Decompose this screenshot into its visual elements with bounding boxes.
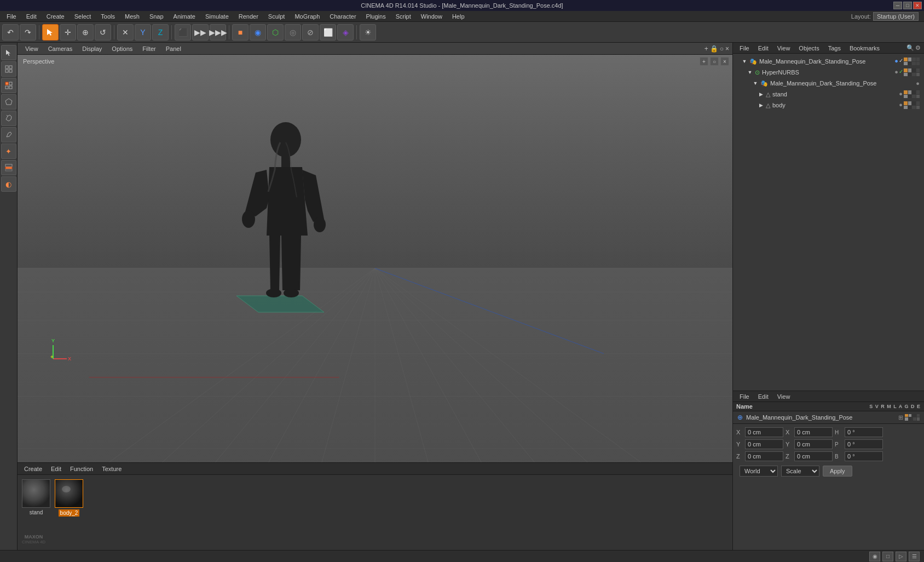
menu-animate[interactable]: Animate	[169, 12, 200, 21]
tool-paint[interactable]: ◐	[1, 176, 16, 192]
am-menu-edit[interactable]: Edit	[755, 392, 772, 401]
select-tool-button[interactable]	[42, 24, 59, 41]
object6-button[interactable]: ⬜	[320, 24, 336, 41]
menu-mesh[interactable]: Mesh	[120, 12, 144, 21]
om-item-mannequin2[interactable]: ▼ 🎭 Male_Mannequin_Dark_Standing_Pose ●	[735, 78, 922, 89]
object4-button[interactable]: ◎	[285, 24, 301, 41]
menu-mograph[interactable]: MoGraph	[290, 12, 324, 21]
vp-icon-x[interactable]: ×	[725, 45, 729, 53]
tool-layers[interactable]	[1, 160, 16, 175]
tool-magnet[interactable]: ✦	[1, 144, 16, 159]
tree-expand-mannequin2[interactable]: ▼	[753, 81, 758, 86]
am-h-input[interactable]	[845, 427, 883, 437]
scale-tool-button[interactable]: ⊕	[77, 24, 94, 41]
vp-corner-btn-1[interactable]: +	[700, 57, 708, 66]
tree-expand-body[interactable]: ▶	[758, 102, 764, 108]
mat-menu-texture[interactable]: Texture	[99, 464, 125, 473]
vp-corner-btn-3[interactable]: ×	[720, 57, 729, 66]
render-region-button[interactable]: ⬛	[175, 24, 191, 41]
menu-render[interactable]: Render	[234, 12, 263, 21]
tool-rotate[interactable]	[1, 111, 16, 126]
vp-corner-btn-2[interactable]: ○	[710, 57, 719, 66]
minimize-button[interactable]: ─	[893, 2, 902, 9]
om-item-stand[interactable]: ▶ △ stand ●	[735, 89, 922, 100]
viewport-3d[interactable]: + X Y Perspective + ○ ×	[18, 55, 732, 529]
am-y-pos2-input[interactable]	[794, 439, 833, 449]
render-preview-button[interactable]: ▶▶	[192, 24, 209, 41]
sphere-button[interactable]: ◉	[250, 24, 266, 41]
vp-icon-lock[interactable]: 🔒	[710, 45, 718, 53]
am-world-dropdown[interactable]: World Object Camera	[740, 466, 778, 477]
mat-item-stand[interactable]: stand	[22, 479, 50, 515]
move-tool-button[interactable]: ✛	[60, 24, 76, 41]
vp-icon-eye[interactable]: ○	[720, 45, 724, 53]
tool-grid[interactable]	[1, 61, 16, 77]
am-scale-dropdown[interactable]: Scale Size	[781, 466, 819, 477]
am-y-pos-input[interactable]	[745, 439, 783, 449]
am-x-pos2-input[interactable]	[794, 427, 833, 437]
tree-expand-stand[interactable]: ▶	[758, 91, 764, 97]
menu-sculpt[interactable]: Sculpt	[264, 12, 290, 21]
undo-button[interactable]: ↶	[2, 24, 19, 41]
object-tool-button[interactable]: Z	[152, 24, 169, 41]
rotate-tool-button[interactable]: ↺	[95, 24, 111, 41]
object5-button[interactable]: ⊘	[302, 24, 319, 41]
layout-value[interactable]: Startup (User)	[873, 12, 919, 21]
taskbar-icon1[interactable]: ◉	[869, 552, 880, 561]
menu-help[interactable]: Help	[448, 12, 469, 21]
am-apply-button[interactable]: Apply	[823, 466, 852, 477]
menu-file[interactable]: File	[2, 12, 21, 21]
om-item-root[interactable]: ▼ 🎭 Male_Mannequin_Dark_Standing_Pose ● …	[735, 56, 922, 67]
vp-menu-options[interactable]: Options	[107, 44, 137, 53]
am-z-pos-input[interactable]	[745, 451, 783, 461]
vp-menu-display[interactable]: Display	[78, 44, 106, 53]
render-button[interactable]: ▶▶▶	[210, 24, 226, 41]
menu-snap[interactable]: Snap	[145, 12, 168, 21]
om-item-hypernurbs[interactable]: ▼ ⊙ HyperNURBS ● ✓	[735, 67, 922, 78]
mat-menu-create[interactable]: Create	[21, 464, 45, 473]
tree-expand-hypernurbs[interactable]: ▼	[747, 70, 753, 75]
menu-simulate[interactable]: Simulate	[201, 12, 233, 21]
tree-expand-root[interactable]: ▼	[742, 59, 747, 64]
mat-menu-edit[interactable]: Edit	[48, 464, 65, 473]
taskbar-icon4[interactable]: ☰	[909, 552, 920, 561]
taskbar-icon3[interactable]: ▷	[896, 552, 906, 561]
menu-tools[interactable]: Tools	[96, 12, 119, 21]
new-object-button[interactable]: Y	[135, 24, 151, 41]
close-button[interactable]: ✕	[913, 2, 922, 9]
menu-create[interactable]: Create	[42, 12, 69, 21]
am-menu-file[interactable]: File	[736, 392, 753, 401]
menu-edit[interactable]: Edit	[22, 12, 41, 21]
vp-menu-cameras[interactable]: Cameras	[44, 44, 77, 53]
om-item-body[interactable]: ▶ △ body ●	[735, 100, 922, 111]
am-x-pos-input[interactable]	[745, 427, 783, 437]
am-z-pos2-input[interactable]	[794, 451, 833, 461]
menu-window[interactable]: Window	[417, 12, 447, 21]
vp-icon-plus[interactable]: +	[704, 45, 708, 53]
om-menu-tags[interactable]: Tags	[825, 44, 844, 53]
tool-loop[interactable]	[1, 78, 16, 93]
object7-button[interactable]: ◈	[337, 24, 354, 41]
om-menu-file[interactable]: File	[736, 44, 753, 53]
menu-select[interactable]: Select	[70, 12, 96, 21]
am-menu-view[interactable]: View	[774, 392, 794, 401]
om-menu-bookmarks[interactable]: Bookmarks	[846, 44, 883, 53]
om-search-icon[interactable]: 🔍	[906, 44, 914, 51]
mat-item-body2[interactable]: body_2	[55, 479, 83, 517]
new-scene-button[interactable]: ✕	[117, 24, 134, 41]
tool-polygon[interactable]	[1, 94, 16, 110]
vp-menu-view[interactable]: View	[21, 44, 43, 53]
tool-pen[interactable]	[1, 127, 16, 142]
menu-character[interactable]: Character	[325, 12, 360, 21]
light-button[interactable]: ☀	[360, 24, 376, 41]
om-menu-objects[interactable]: Objects	[795, 44, 822, 53]
menu-plugins[interactable]: Plugins	[362, 12, 390, 21]
cube-button[interactable]: ■	[232, 24, 249, 41]
am-p-input[interactable]	[845, 439, 883, 449]
taskbar-icon2[interactable]: □	[882, 552, 893, 561]
object3-button[interactable]: ⬡	[267, 24, 284, 41]
om-menu-edit[interactable]: Edit	[755, 44, 772, 53]
tool-cursor[interactable]	[1, 45, 16, 60]
vp-menu-panel[interactable]: Panel	[161, 44, 186, 53]
maximize-button[interactable]: □	[903, 2, 912, 9]
